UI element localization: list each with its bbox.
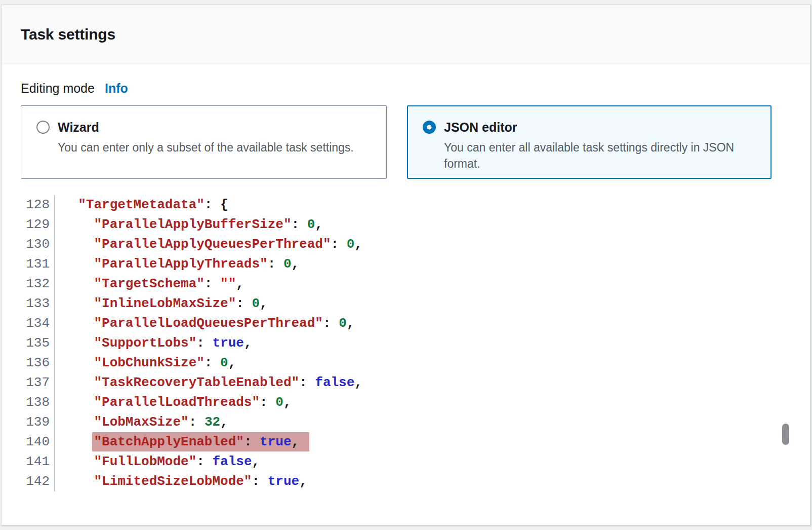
line-number: 136 xyxy=(2,353,55,373)
code-text[interactable]: "TargetMetadata": { xyxy=(55,195,228,215)
code-text[interactable]: "ParallelLoadThreads": 0, xyxy=(55,393,292,412)
radio-selected-icon[interactable] xyxy=(423,121,436,134)
code-line[interactable]: 140 "BatchApplyEnabled": true, xyxy=(2,432,810,452)
code-line[interactable]: 128 "TargetMetadata": { xyxy=(2,195,810,215)
info-link[interactable]: Info xyxy=(105,81,128,96)
code-line[interactable]: 135 "SupportLobs": true, xyxy=(2,333,810,353)
line-number: 140 xyxy=(2,432,55,452)
editing-mode-option-wizard[interactable]: Wizard You can enter only a subset of th… xyxy=(21,105,387,179)
code-line[interactable]: 133 "InlineLobMaxSize": 0, xyxy=(2,294,810,314)
code-line[interactable]: 130 "ParallelApplyQueuesPerThread": 0, xyxy=(2,235,810,254)
code-line[interactable]: 129 "ParallelApplyBufferSize": 0, xyxy=(2,215,810,235)
code-text[interactable]: "LobChunkSize": 0, xyxy=(55,353,236,373)
line-number: 131 xyxy=(2,254,55,274)
editing-mode-options: Wizard You can enter only a subset of th… xyxy=(21,105,791,179)
panel-header: Task settings xyxy=(2,5,810,64)
code-line[interactable]: 132 "TargetSchema": "", xyxy=(2,274,810,294)
code-text[interactable]: "TargetSchema": "", xyxy=(55,274,244,294)
code-line[interactable]: 134 "ParallelLoadQueuesPerThread": 0, xyxy=(2,314,810,333)
code-text[interactable]: "TaskRecoveryTableEnabled": false, xyxy=(55,373,362,393)
line-number: 139 xyxy=(2,412,55,432)
code-line[interactable]: 142 "LimitedSizeLobMode": true, xyxy=(2,472,810,491)
code-text[interactable]: "ParallelApplyBufferSize": 0, xyxy=(55,215,323,235)
option-text: JSON editor You can enter all available … xyxy=(444,119,756,165)
line-number: 142 xyxy=(2,472,55,491)
task-settings-panel: Task settings Editing mode Info Wizard Y… xyxy=(1,5,810,525)
page-title: Task settings xyxy=(21,26,115,43)
json-editor[interactable]: 128 "TargetMetadata": {129 "ParallelAppl… xyxy=(2,195,810,491)
code-line[interactable]: 138 "ParallelLoadThreads": 0, xyxy=(2,393,810,412)
code-text[interactable]: "LimitedSizeLobMode": true, xyxy=(55,472,307,491)
code-text[interactable]: "InlineLobMaxSize": 0, xyxy=(55,294,268,314)
option-description: You can enter all available task setting… xyxy=(444,139,756,172)
line-number: 130 xyxy=(2,235,55,254)
line-number: 133 xyxy=(2,294,55,314)
line-number: 137 xyxy=(2,373,55,393)
code-line[interactable]: 141 "FullLobMode": false, xyxy=(2,452,810,472)
line-number: 141 xyxy=(2,452,55,472)
code-line[interactable]: 137 "TaskRecoveryTableEnabled": false, xyxy=(2,373,810,393)
code-line[interactable]: 139 "LobMaxSize": 32, xyxy=(2,412,810,432)
code-text[interactable]: "FullLobMode": false, xyxy=(55,452,260,472)
panel-content: Editing mode Info Wizard You can enter o… xyxy=(2,64,810,179)
line-number: 134 xyxy=(2,314,55,333)
code-text[interactable]: "SupportLobs": true, xyxy=(55,333,252,353)
line-number: 128 xyxy=(2,195,55,215)
line-number: 135 xyxy=(2,333,55,353)
highlighted-code: "BatchApplyEnabled": true, xyxy=(92,432,309,451)
editing-mode-label: Editing mode xyxy=(21,81,95,96)
option-label: JSON editor xyxy=(444,119,756,135)
line-number: 132 xyxy=(2,274,55,294)
page: Task settings Editing mode Info Wizard Y… xyxy=(0,0,812,530)
code-text[interactable]: "LobMaxSize": 32, xyxy=(55,412,228,432)
scrollbar-thumb[interactable] xyxy=(782,424,789,445)
option-label: Wizard xyxy=(58,119,354,135)
line-number: 129 xyxy=(2,215,55,235)
code-text[interactable]: "ParallelLoadQueuesPerThread": 0, xyxy=(55,314,354,333)
option-description: You can enter only a subset of the avail… xyxy=(58,139,354,156)
code-line[interactable]: 136 "LobChunkSize": 0, xyxy=(2,353,810,373)
editing-mode-option-json-editor[interactable]: JSON editor You can enter all available … xyxy=(407,105,772,179)
code-text[interactable]: "BatchApplyEnabled": true, xyxy=(55,432,309,452)
option-text: Wizard You can enter only a subset of th… xyxy=(58,119,354,165)
radio-unselected-icon[interactable] xyxy=(36,121,50,134)
editing-mode-row: Editing mode Info xyxy=(21,81,791,96)
line-number: 138 xyxy=(2,393,55,412)
code-text[interactable]: "ParallelApplyThreads": 0, xyxy=(55,254,299,274)
code-text[interactable]: "ParallelApplyQueuesPerThread": 0, xyxy=(55,235,362,254)
code-line[interactable]: 131 "ParallelApplyThreads": 0, xyxy=(2,254,810,274)
